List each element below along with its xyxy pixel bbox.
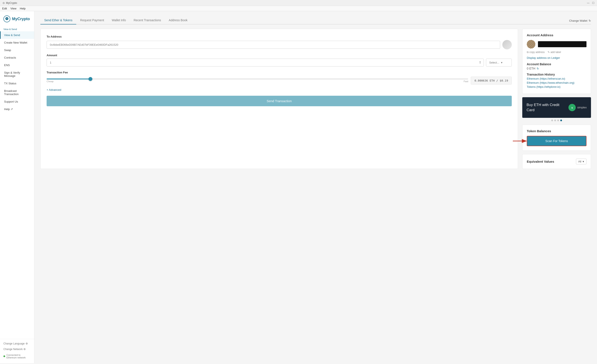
tab-wallet-info[interactable]: Wallet Info xyxy=(108,16,130,24)
menu-edit[interactable]: Edit xyxy=(2,7,7,10)
change-language-link[interactable]: Change Language ⚙ xyxy=(0,341,34,346)
arrow-container: Scan For Tokens xyxy=(527,136,587,146)
add-label-link[interactable]: ✎ add label xyxy=(548,51,561,54)
sidebar-item-create-wallet[interactable]: Create New Wallet xyxy=(0,39,34,46)
change-network-link[interactable]: Change Network ⚙ xyxy=(0,346,34,352)
copy-address-link[interactable]: ⧉ copy address xyxy=(527,51,545,54)
titlebar-app-icon: ⊙ xyxy=(3,1,5,5)
amount-input[interactable] xyxy=(47,59,477,66)
logo: MyCrypto xyxy=(0,13,34,27)
token-balances-card: Token Balances Scan For Tokens xyxy=(522,125,591,151)
menu-view[interactable]: View xyxy=(10,7,16,10)
sidebar-section-label: View & Send xyxy=(0,27,34,31)
fee-section: Transaction Fee Cheap Fast 0.000636 ETH … xyxy=(47,71,512,92)
tab-bar: Send Ether & Tokens Request Payment Wall… xyxy=(40,16,591,24)
app-container: MyCrypto View & Send View & Send Create … xyxy=(0,11,597,363)
red-arrow-icon xyxy=(512,137,529,145)
banner-dot-4[interactable] xyxy=(560,120,562,121)
tx-link-etherscan[interactable]: Ethereum (https://etherscan.io) xyxy=(527,77,587,80)
simplex-logo: s simplex xyxy=(568,104,587,111)
buy-eth-banner[interactable]: Buy ETH with Credit Card s simplex xyxy=(522,97,591,118)
banner-dot-1[interactable] xyxy=(551,120,553,121)
menu-help[interactable]: Help xyxy=(20,7,25,10)
fee-display: 0.000636 ETH / $0.19 xyxy=(471,77,512,85)
tx-link-ethplorer[interactable]: Tokens (https://ethplorer.io) xyxy=(527,85,587,88)
chevron-down-icon: ▾ xyxy=(501,61,503,64)
sidebar-item-swap[interactable]: Swap xyxy=(0,46,34,54)
account-address-row xyxy=(527,40,587,48)
tx-history-label: Transaction History xyxy=(527,73,587,76)
svg-text:s: s xyxy=(572,106,573,109)
to-address-identicon xyxy=(502,40,512,49)
amount-label: Amount xyxy=(47,54,512,57)
copy-icon: ⧉ xyxy=(527,51,529,54)
account-address-block xyxy=(538,41,587,47)
account-identicon xyxy=(527,40,535,48)
sidebar-item-view-send[interactable]: View & Send xyxy=(0,31,34,39)
display-ledger-link[interactable]: Display address on Ledger xyxy=(527,56,587,59)
simplex-icon: s xyxy=(568,104,576,111)
menubar: Edit View Help xyxy=(0,6,597,11)
to-address-row xyxy=(47,40,512,49)
maximize-button[interactable]: ☐ xyxy=(592,1,594,5)
token-select[interactable]: Select... ▾ xyxy=(486,59,512,67)
sidebar-item-support[interactable]: Support Us xyxy=(0,98,34,105)
equiv-title: Equivalent Values xyxy=(527,160,554,163)
main-content: Send Ether & Tokens Request Payment Wall… xyxy=(34,11,597,363)
refresh-icon: ↻ xyxy=(589,19,591,22)
scan-for-tokens-button[interactable]: Scan For Tokens xyxy=(527,136,587,146)
amount-row: ⇑ Select... ▾ xyxy=(47,59,512,67)
sidebar-item-broadcast[interactable]: Broadcast Transaction xyxy=(0,87,34,98)
amount-input-wrap: ⇑ xyxy=(47,59,484,67)
titlebar-app-name: MyCrypto xyxy=(6,1,17,5)
gear-icon: ⚙ xyxy=(25,342,28,345)
sidebar-item-contracts[interactable]: Contracts xyxy=(0,54,34,61)
sidebar-item-ens[interactable]: ENS xyxy=(0,61,34,69)
minimize-button[interactable]: — xyxy=(587,1,589,5)
logo-text: MyCrypto xyxy=(12,17,30,21)
fee-fast-label: Fast xyxy=(464,80,468,83)
balance-label: Account Balance xyxy=(527,62,587,66)
tab-bar-left: Send Ether & Tokens Request Payment Wall… xyxy=(40,16,191,24)
tab-request-payment[interactable]: Request Payment xyxy=(76,16,108,24)
tab-recent-transactions[interactable]: Recent Transactions xyxy=(130,16,165,24)
tab-send-ether[interactable]: Send Ether & Tokens xyxy=(40,16,76,24)
sidebar-divider xyxy=(0,339,34,339)
banner-dot-2[interactable] xyxy=(554,120,556,121)
banner-dot-3[interactable] xyxy=(557,120,559,121)
tab-address-book[interactable]: Address Book xyxy=(165,16,191,24)
equiv-select[interactable]: All ▾ xyxy=(576,159,587,164)
advanced-link[interactable]: + Advanced xyxy=(47,88,61,92)
account-title: Account Address xyxy=(527,33,587,37)
titlebar: ⊙ MyCrypto — ☐ xyxy=(0,0,597,6)
fee-slider-wrap: Cheap Fast xyxy=(47,77,468,85)
sidebar: MyCrypto View & Send View & Send Create … xyxy=(0,11,34,363)
equiv-header: Equivalent Values All ▾ xyxy=(527,159,587,164)
to-address-input[interactable] xyxy=(47,41,500,49)
change-wallet-button[interactable]: Change Wallet ↻ xyxy=(569,17,591,24)
edit-icon: ✎ xyxy=(548,51,550,54)
tx-link-etherchain[interactable]: Ethereum (https://www.etherchain.org) xyxy=(527,81,587,84)
fee-cheap-label: Cheap xyxy=(47,80,54,83)
token-balances-title: Token Balances xyxy=(527,129,587,133)
equiv-chevron-icon: ▾ xyxy=(583,160,584,163)
logo-icon xyxy=(3,15,10,22)
fee-label: Transaction Fee xyxy=(47,71,512,74)
fee-slider[interactable] xyxy=(47,78,468,79)
network-status-dot xyxy=(3,356,5,357)
form-panel: To Address Amount ⇑ Select... xyxy=(40,29,518,169)
sidebar-item-sign-verify[interactable]: Sign & Verify Message xyxy=(0,69,34,80)
sidebar-bottom: Change Language ⚙ Change Network ⚙ Conne… xyxy=(0,337,34,363)
balance-refresh-icon[interactable]: ↻ xyxy=(537,67,539,70)
banner-dots xyxy=(522,120,591,121)
to-address-label: To Address xyxy=(47,35,512,38)
fee-row: Cheap Fast 0.000636 ETH / $0.19 xyxy=(47,77,512,85)
sidebar-item-tx-status[interactable]: TX Status xyxy=(0,80,34,87)
equivalent-values-card: Equivalent Values All ▾ xyxy=(522,154,591,169)
network-status: Connected to Ethereum network xyxy=(0,352,34,361)
amount-arrows-icon[interactable]: ⇑ xyxy=(477,61,484,65)
send-transaction-button[interactable]: Send Transaction xyxy=(47,96,512,106)
content-columns: To Address Amount ⇑ Select... xyxy=(40,29,591,169)
sidebar-item-help[interactable]: Help ↗ xyxy=(0,105,34,113)
account-card: Account Address ⧉ copy address ✎ add lab… xyxy=(522,29,591,94)
